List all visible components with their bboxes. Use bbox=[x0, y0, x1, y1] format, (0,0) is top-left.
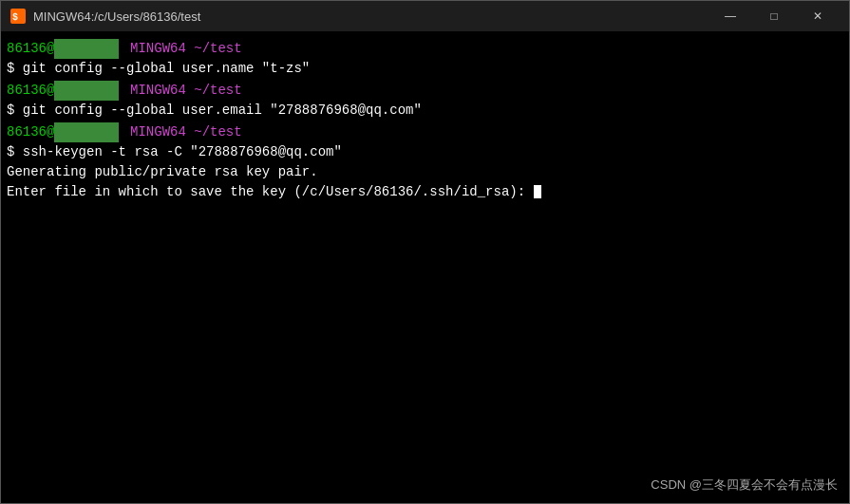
block-2: 86136@ MINGW64 ~/test $ git config --glo… bbox=[7, 81, 843, 121]
window-title: MINGW64:/c/Users/86136/test bbox=[33, 9, 200, 24]
watermark: CSDN @三冬四夏会不会有点漫长 bbox=[651, 476, 838, 494]
command-line-2: $ git config --global user.email "278887… bbox=[7, 101, 843, 121]
title-bar-left: $ MINGW64:/c/Users/86136/test bbox=[10, 9, 200, 24]
host-masked-3 bbox=[54, 122, 118, 142]
host-masked-2 bbox=[54, 81, 118, 101]
prompt-line-2: 86136@ MINGW64 ~/test bbox=[7, 81, 843, 101]
window-controls: — □ ✕ bbox=[708, 1, 840, 31]
maximize-button[interactable]: □ bbox=[752, 1, 796, 31]
terminal-icon: $ bbox=[10, 9, 26, 24]
command-line-1: $ git config --global user.name "t-zs" bbox=[7, 59, 843, 79]
command-text-1: $ git config --global user.name "t-zs" bbox=[7, 59, 310, 79]
output-line-2: Enter file in which to save the key (/c/… bbox=[7, 182, 843, 202]
terminal-content: 86136@ MINGW64 ~/test $ git config --glo… bbox=[7, 39, 843, 202]
svg-text:$: $ bbox=[12, 12, 18, 23]
command-line-3: $ ssh-keygen -t rsa -C "2788876968@qq.co… bbox=[7, 142, 843, 162]
cursor bbox=[534, 185, 541, 198]
prompt-line-1: 86136@ MINGW64 ~/test bbox=[7, 39, 843, 59]
terminal-body[interactable]: 86136@ MINGW64 ~/test $ git config --glo… bbox=[1, 31, 849, 503]
username-1: 86136 bbox=[7, 39, 47, 59]
terminal-window: $ MINGW64:/c/Users/86136/test — □ ✕ 8613… bbox=[0, 0, 850, 504]
block-3: 86136@ MINGW64 ~/test $ ssh-keygen -t rs… bbox=[7, 122, 843, 202]
command-text-3: $ ssh-keygen -t rsa -C "2788876968@qq.co… bbox=[7, 142, 342, 162]
output-line-1: Generating public/private rsa key pair. bbox=[7, 162, 843, 182]
path-info-1: MINGW64 ~/test bbox=[123, 39, 242, 59]
block-1: 86136@ MINGW64 ~/test $ git config --glo… bbox=[7, 39, 843, 79]
username-3: 86136 bbox=[7, 122, 47, 142]
title-bar: $ MINGW64:/c/Users/86136/test — □ ✕ bbox=[1, 1, 849, 31]
close-button[interactable]: ✕ bbox=[796, 1, 840, 31]
minimize-button[interactable]: — bbox=[708, 1, 752, 31]
username-2: 86136 bbox=[7, 81, 47, 101]
prompt-line-3: 86136@ MINGW64 ~/test bbox=[7, 122, 843, 142]
command-text-2: $ git config --global user.email "278887… bbox=[7, 101, 422, 121]
path-info-2: MINGW64 ~/test bbox=[123, 81, 242, 101]
host-masked-1 bbox=[54, 39, 118, 59]
path-info-3: MINGW64 ~/test bbox=[123, 122, 242, 142]
